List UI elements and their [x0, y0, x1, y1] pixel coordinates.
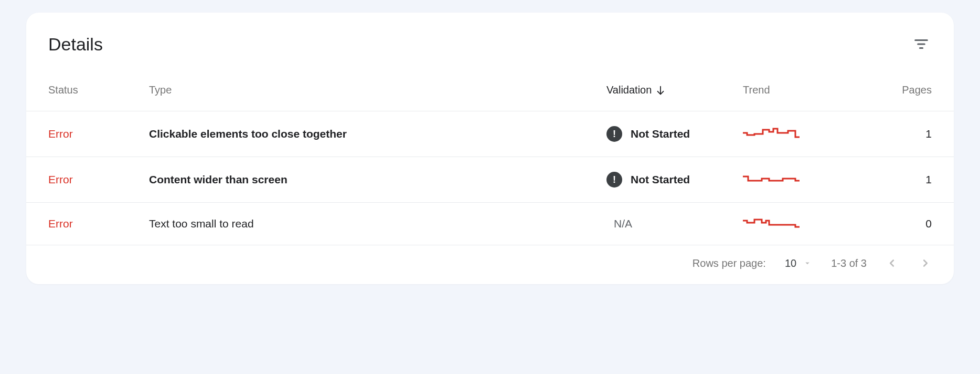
filter-icon [913, 36, 929, 52]
trend-sparkline [743, 128, 801, 140]
rows-per-page-value: 10 [785, 257, 796, 269]
header-status[interactable]: Status [48, 84, 149, 96]
rows-per-page-select[interactable]: 10 [785, 257, 812, 269]
pages-cell: 1 [879, 173, 932, 186]
alert-icon: ! [606, 172, 622, 188]
status-cell: Error [48, 128, 149, 140]
header-trend[interactable]: Trend [743, 84, 879, 96]
pages-cell: 1 [879, 128, 932, 140]
validation-text: Not Started [631, 128, 690, 140]
pages-cell: 0 [879, 217, 932, 230]
type-cell: Text too small to read [149, 217, 606, 230]
table-row[interactable]: ErrorText too small to readN/A0 [26, 203, 954, 245]
validation-text: N/A [606, 217, 632, 230]
validation-text: Not Started [631, 173, 690, 186]
table-row[interactable]: ErrorContent wider than screen!Not Start… [26, 157, 954, 203]
table-body: ErrorClickable elements too close togeth… [26, 111, 954, 245]
page-range: 1-3 of 3 [831, 257, 867, 269]
sort-down-icon [655, 85, 666, 96]
chevron-right-icon [920, 257, 931, 269]
filter-button[interactable] [911, 34, 932, 55]
card-title: Details [48, 34, 103, 55]
header-pages[interactable]: Pages [879, 84, 932, 96]
status-cell: Error [48, 217, 149, 230]
table-header: Status Type Validation Trend Pages [26, 74, 954, 111]
trend-sparkline [743, 173, 801, 186]
type-cell: Clickable elements too close together [149, 128, 606, 140]
prev-page-button[interactable] [886, 257, 898, 269]
rows-per-page-label: Rows per page: [693, 257, 766, 269]
table-row[interactable]: ErrorClickable elements too close togeth… [26, 111, 954, 157]
trend-cell [743, 217, 879, 230]
trend-cell [743, 173, 879, 186]
status-cell: Error [48, 173, 149, 186]
chevron-left-icon [886, 257, 898, 269]
validation-cell: !Not Started [606, 126, 743, 142]
alert-icon: ! [606, 126, 622, 142]
dropdown-icon [803, 258, 812, 268]
card-header: Details [26, 13, 954, 74]
header-validation-label: Validation [606, 84, 652, 96]
header-type[interactable]: Type [149, 84, 606, 96]
pagination: Rows per page: 10 1-3 of 3 [26, 245, 954, 284]
next-page-button[interactable] [919, 257, 932, 269]
trend-sparkline [743, 217, 801, 230]
trend-cell [743, 128, 879, 140]
header-validation[interactable]: Validation [606, 84, 743, 96]
details-card: Details Status Type Validation Trend Pag… [26, 13, 954, 284]
type-cell: Content wider than screen [149, 173, 606, 186]
validation-cell: N/A [606, 217, 743, 230]
validation-cell: !Not Started [606, 172, 743, 188]
